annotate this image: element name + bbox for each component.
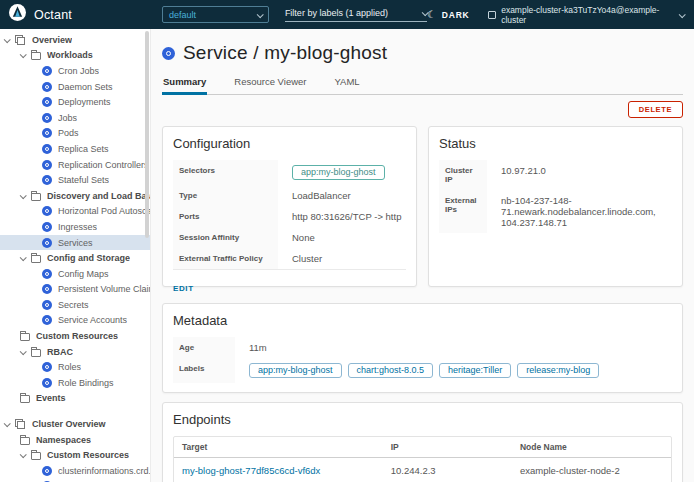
metadata-label-tag[interactable]: heritage:Tiller	[439, 363, 511, 378]
chevron-down-icon[interactable]	[20, 450, 31, 460]
config-row-value: None	[278, 227, 315, 248]
config-row-value: http 80:31626/TCP -> http	[278, 206, 401, 227]
metadata-label-tag[interactable]: app:my-blog-ghost	[249, 363, 342, 378]
sidebar-item-csidrivers-csi-storage-k8s-io[interactable]: csidrivers.csi.storage.k8s.io	[0, 479, 150, 482]
config-rows: TypeLoadBalancerPortshttp 80:31626/TCP -…	[173, 185, 406, 269]
sidebar-item-roles[interactable]: Roles	[0, 359, 150, 375]
sidebar-item-label: Cluster Overview	[32, 419, 106, 429]
cluster-icon	[488, 11, 497, 19]
endpoint-target-cell: my-blog-ghost-77df85c6cd-vf6dx	[174, 458, 383, 482]
sidebar-item-discovery-and-load-balancing[interactable]: Discovery and Load Balancing	[0, 188, 150, 204]
config-row-label: Ports	[173, 206, 278, 227]
sidebar-item-namespaces[interactable]: Namespaces	[0, 432, 150, 448]
edit-link[interactable]: EDIT	[173, 284, 194, 293]
sidebar-item-custom-resources[interactable]: Custom Resources	[0, 447, 150, 463]
chevron-down-icon[interactable]	[20, 191, 31, 201]
namespace-value: default	[169, 10, 196, 20]
sidebar-item-persistent-volume-claims[interactable]: Persistent Volume Claims	[0, 282, 150, 298]
namespace-selector[interactable]: default	[162, 6, 269, 23]
chevron-down-icon[interactable]	[20, 347, 31, 357]
chevron-down-icon[interactable]	[20, 50, 31, 60]
label-filter[interactable]: Filter by labels (1 applied)	[285, 8, 427, 22]
metadata-label-tag[interactable]: release:my-blog	[517, 363, 599, 378]
sidebar-item-cron-jobs[interactable]: Cron Jobs	[0, 63, 150, 79]
configuration-title: Configuration	[173, 136, 406, 151]
age-label: Age	[173, 337, 235, 358]
age-row: Age 11m	[173, 337, 672, 358]
sidebar-item-label: Pods	[58, 128, 79, 138]
resource-icon	[42, 466, 52, 476]
status-title: Status	[439, 136, 672, 151]
sidebar-item-cluster-overview[interactable]: Cluster Overview	[0, 416, 150, 432]
external-ips-row: External IPs nb-104-237-148-71.newark.no…	[439, 190, 672, 233]
configuration-card: Configuration Selectors app:my-blog-ghos…	[162, 126, 417, 287]
folder-icon	[31, 349, 41, 357]
sidebar-item-label: Deployments	[58, 97, 111, 107]
config-row-external-traffic-policy: External Traffic PolicyCluster	[173, 248, 406, 269]
tab-resource-viewer[interactable]: Resource Viewer	[233, 73, 307, 94]
sidebar-item-replication-controllers[interactable]: Replication Controllers	[0, 157, 150, 173]
scrollbar-thumb[interactable]	[145, 31, 149, 238]
tab-yaml[interactable]: YAML	[333, 73, 360, 94]
sidebar-item-jobs[interactable]: Jobs	[0, 110, 150, 126]
metadata-title: Metadata	[173, 313, 672, 328]
sidebar-item-label: Events	[36, 393, 66, 403]
resource-icon	[42, 113, 52, 123]
chevron-down-icon[interactable]	[20, 253, 31, 263]
resource-icon	[42, 206, 52, 216]
chevron-down-icon[interactable]	[4, 35, 15, 45]
chevron-down-icon[interactable]	[4, 419, 15, 429]
sidebar-tree: OverviewWorkloadsCron JobsDaemon SetsDep…	[0, 32, 150, 482]
endpoints-table: TargetIPNode Name my-blog-ghost-77df85c6…	[173, 436, 672, 482]
table-row: my-blog-ghost-77df85c6cd-vf6dx10.244.2.3…	[174, 458, 671, 482]
endpoint-target-link[interactable]: my-blog-ghost-77df85c6cd-vf6dx	[182, 465, 320, 476]
sidebar-scrollbar[interactable]	[145, 31, 149, 480]
sidebar-item-label: Overview	[32, 35, 72, 45]
endpoints-column-header: Node Name	[512, 437, 671, 458]
resource-icon	[42, 269, 52, 279]
cluster-ip-row: Cluster IP 10.97.21.0	[439, 160, 672, 190]
resource-icon	[42, 362, 52, 372]
tab-summary[interactable]: Summary	[162, 73, 207, 95]
metadata-label-tag[interactable]: chart:ghost-8.0.5	[348, 363, 434, 378]
selector-tag[interactable]: app:my-blog-ghost	[292, 165, 385, 180]
resource-icon	[42, 222, 52, 232]
cluster-ip-label: Cluster IP	[439, 160, 487, 190]
sidebar-item-pods[interactable]: Pods	[0, 126, 150, 142]
main-content: Service / my-blog-ghost SummaryResource …	[151, 29, 694, 482]
moon-icon: ☾	[427, 10, 437, 20]
context-label: example-cluster-ka3TuTzYo4a@example-clus…	[501, 5, 674, 25]
external-ips-value: nb-104-237-148-71.newark.nodebalancer.li…	[487, 190, 672, 233]
age-value: 11m	[235, 337, 267, 358]
folder-icon	[20, 395, 30, 403]
sidebar-item-secrets[interactable]: Secrets	[0, 297, 150, 313]
sidebar-item-service-accounts[interactable]: Service Accounts	[0, 313, 150, 329]
sidebar-item-deployments[interactable]: Deployments	[0, 94, 150, 110]
resource-icon	[42, 97, 52, 107]
sidebar-item-horizontal-pod-autoscalers[interactable]: Horizontal Pod Autoscalers	[0, 204, 150, 220]
sidebar-item-label: Custom Resources	[36, 331, 118, 341]
sidebar-item-rbac[interactable]: RBAC	[0, 344, 150, 360]
sidebar-item-role-bindings[interactable]: Role Bindings	[0, 375, 150, 391]
resource-icon	[42, 315, 52, 325]
sidebar-item-label: clusterinformations.crd.projec	[58, 466, 150, 476]
cluster-context-selector[interactable]: example-cluster-ka3TuTzYo4a@example-clus…	[488, 5, 684, 25]
sidebar-item-daemon-sets[interactable]: Daemon Sets	[0, 79, 150, 95]
sidebar-item-workloads[interactable]: Workloads	[0, 48, 150, 64]
sidebar-item-config-maps[interactable]: Config Maps	[0, 266, 150, 282]
theme-toggle[interactable]: ☾ DARK	[427, 10, 470, 20]
sidebar-item-events[interactable]: Events	[0, 391, 150, 407]
sidebar-item-stateful-sets[interactable]: Stateful Sets	[0, 172, 150, 188]
sidebar-item-ingresses[interactable]: Ingresses	[0, 219, 150, 235]
sidebar-item-label: Service Accounts	[58, 315, 127, 325]
sidebar-item-custom-resources[interactable]: Custom Resources	[0, 328, 150, 344]
sidebar-item-replica-sets[interactable]: Replica Sets	[0, 141, 150, 157]
page-header: Service / my-blog-ghost	[162, 42, 683, 64]
top-bar: Octant default Filter by labels (1 appli…	[0, 0, 694, 29]
sidebar-item-overview[interactable]: Overview	[0, 32, 150, 48]
sidebar-item-label: Secrets	[58, 300, 89, 310]
sidebar-item-services[interactable]: Services	[0, 235, 150, 251]
sidebar-item-clusterinformations-crd-projec[interactable]: clusterinformations.crd.projec	[0, 463, 150, 479]
sidebar-item-config-and-storage[interactable]: Config and Storage	[0, 250, 150, 266]
delete-button[interactable]: DELETE	[628, 101, 683, 118]
